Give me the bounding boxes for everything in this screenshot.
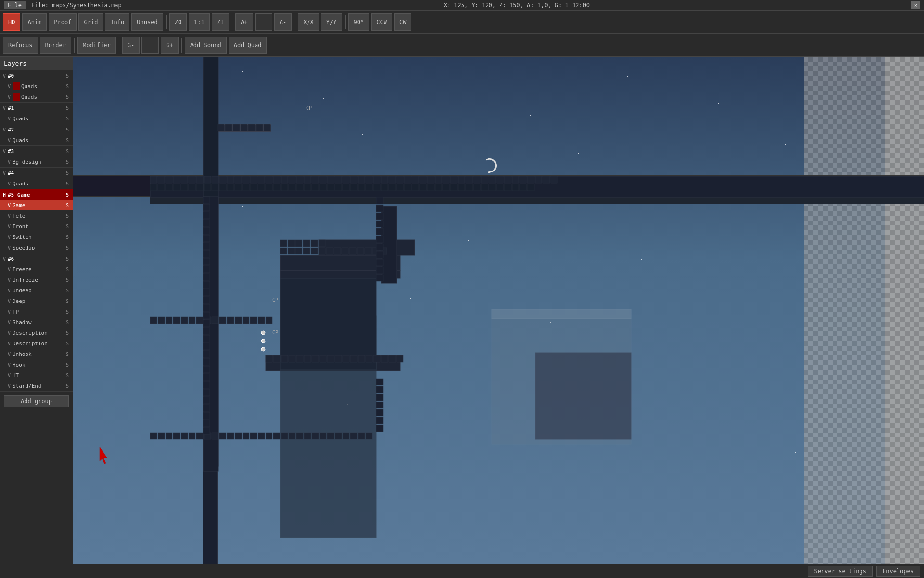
layer-vis-desc1[interactable]: V: [6, 330, 13, 336]
layer-row-desc1[interactable]: V Description S: [0, 328, 73, 338]
layer-vis-deep[interactable]: V: [6, 299, 13, 304]
layer-solo-1[interactable]: S: [64, 105, 71, 111]
layer-visibility-1[interactable]: V: [1, 105, 8, 111]
layer-solo-6[interactable]: S: [64, 256, 71, 262]
layer-solo-0[interactable]: S: [64, 73, 71, 79]
layer-vis-stardend[interactable]: V: [6, 383, 13, 389]
layer-row-tp[interactable]: V TP S: [0, 306, 73, 317]
layer-vis-front[interactable]: V: [6, 224, 13, 229]
anim-button[interactable]: Anim: [22, 13, 47, 31]
layer-s-q1[interactable]: S: [64, 116, 71, 121]
layer-s-tele[interactable]: S: [64, 213, 71, 219]
layer-s-desc1[interactable]: S: [64, 330, 71, 336]
layer-group-row-5[interactable]: H #5 Game S: [0, 189, 73, 200]
layer-s-undeep[interactable]: S: [64, 288, 71, 293]
layer-vis-q4[interactable]: V: [6, 181, 13, 186]
layer-row-deep[interactable]: V Deep S: [0, 296, 73, 306]
envelopes-button[interactable]: Envelopes: [876, 566, 920, 577]
aminus-button[interactable]: A-: [274, 13, 292, 31]
aplus-button[interactable]: A+: [235, 13, 253, 31]
server-settings-button[interactable]: Server settings: [808, 566, 873, 577]
layer-group-row-6[interactable]: V #6 S: [0, 253, 73, 264]
layer-vis-switch[interactable]: V: [6, 235, 13, 240]
layer-vis-speedup[interactable]: V: [6, 245, 13, 250]
layer-row-quads-2[interactable]: V Quads S: [0, 135, 73, 145]
layer-s-game[interactable]: S: [64, 203, 71, 208]
ccw-button[interactable]: CCW: [371, 13, 392, 31]
zi-button[interactable]: ZI: [212, 13, 229, 31]
layer-visibility-0[interactable]: V: [1, 73, 8, 79]
layer-row-bgdesign[interactable]: V Bg design S: [0, 157, 73, 167]
layer-s-speedup[interactable]: S: [64, 245, 71, 250]
layer-row-quads-4[interactable]: V Quads S: [0, 178, 73, 189]
layer-vis-game[interactable]: V: [6, 203, 13, 208]
layer-s-ht[interactable]: S: [64, 373, 71, 378]
layer-row-stardend[interactable]: V Stard/End S: [0, 381, 73, 391]
map-area[interactable]: CP CP CP: [73, 57, 924, 564]
layer-s-tp[interactable]: S: [64, 309, 71, 315]
layer-row-unfreeze[interactable]: V Unfreeze S: [0, 275, 73, 285]
layer-vis-freeze[interactable]: V: [6, 267, 13, 272]
layer-row-front[interactable]: V Front S: [0, 221, 73, 232]
proof-button[interactable]: Proof: [49, 13, 77, 31]
zo-button[interactable]: ZO: [169, 13, 187, 31]
xx-button[interactable]: X/X: [298, 13, 319, 31]
layer-row-quads-1[interactable]: V Quads S: [0, 113, 73, 124]
layer-vis-unfreeze[interactable]: V: [6, 277, 13, 283]
layer-vis-q0a[interactable]: V: [6, 84, 13, 89]
layer-s-q0a[interactable]: S: [64, 84, 71, 89]
layer-row-quads-0a[interactable]: V Quads S: [0, 81, 73, 92]
layers-header[interactable]: Layers: [0, 57, 73, 70]
layer-row-tele[interactable]: V Tele S: [0, 210, 73, 221]
add-quad-button[interactable]: Add Quad: [229, 37, 267, 54]
layer-vis-desc2[interactable]: V: [6, 341, 13, 346]
layer-vis-q2[interactable]: V: [6, 138, 13, 143]
layer-visibility-2[interactable]: V: [1, 127, 8, 132]
add-group-button[interactable]: Add group: [4, 395, 69, 407]
layer-solo-3[interactable]: S: [64, 149, 71, 154]
yy-button[interactable]: Y/Y: [321, 13, 342, 31]
layer-visibility-3[interactable]: V: [1, 149, 8, 154]
layer-solo-4[interactable]: S: [64, 171, 71, 176]
hd-button[interactable]: HD: [3, 13, 20, 31]
layer-row-switch[interactable]: V Switch S: [0, 232, 73, 242]
layer-row-freeze[interactable]: V Freeze S: [0, 264, 73, 275]
layer-solo-2[interactable]: S: [64, 127, 71, 132]
layer-row-ht[interactable]: V HT S: [0, 370, 73, 381]
layer-s-switch[interactable]: S: [64, 235, 71, 240]
layer-group-row-0[interactable]: V #0 S: [0, 70, 73, 81]
layer-s-desc2[interactable]: S: [64, 341, 71, 346]
modifier-button[interactable]: Modifier: [77, 37, 116, 54]
rot90-button[interactable]: 90°: [348, 13, 370, 31]
layer-solo-5[interactable]: S: [64, 192, 71, 197]
layer-vis-tele[interactable]: V: [6, 213, 13, 219]
layer-vis-q1[interactable]: V: [6, 116, 13, 121]
cw-button[interactable]: CW: [394, 13, 411, 31]
unused-button[interactable]: Unused: [131, 13, 163, 31]
layer-s-shadow[interactable]: S: [64, 320, 71, 325]
layer-visibility-4[interactable]: V: [1, 171, 8, 176]
layer-group-row-1[interactable]: V #1 S: [0, 103, 73, 113]
layer-row-speedup[interactable]: V Speedup S: [0, 242, 73, 253]
layer-row-hook[interactable]: V Hook S: [0, 359, 73, 370]
g-value[interactable]: 1: [141, 37, 159, 54]
add-sound-button[interactable]: Add Sound: [185, 37, 227, 54]
layer-row-unhook[interactable]: V Unhook S: [0, 349, 73, 359]
layer-visibility-6[interactable]: V: [1, 256, 8, 262]
layer-s-q0b[interactable]: S: [64, 94, 71, 100]
layer-s-unhook[interactable]: S: [64, 352, 71, 357]
border-button[interactable]: Border: [40, 37, 71, 54]
layer-s-hook[interactable]: S: [64, 362, 71, 368]
layer-row-desc2[interactable]: V Description S: [0, 338, 73, 349]
layer-vis-ht[interactable]: V: [6, 373, 13, 378]
layer-vis-hook[interactable]: V: [6, 362, 13, 368]
layer-s-q4[interactable]: S: [64, 181, 71, 186]
gplus-button[interactable]: G+: [161, 37, 178, 54]
layer-s-unfreeze[interactable]: S: [64, 277, 71, 283]
layer-row-quads-0b[interactable]: V Quads S: [0, 92, 73, 102]
layer-row-shadow[interactable]: V Shadow S: [0, 317, 73, 328]
info-button[interactable]: Info: [105, 13, 129, 31]
alpha-value[interactable]: 1: [255, 13, 272, 31]
layer-s-q2[interactable]: S: [64, 138, 71, 143]
refocus-button[interactable]: Refocus: [3, 37, 38, 54]
